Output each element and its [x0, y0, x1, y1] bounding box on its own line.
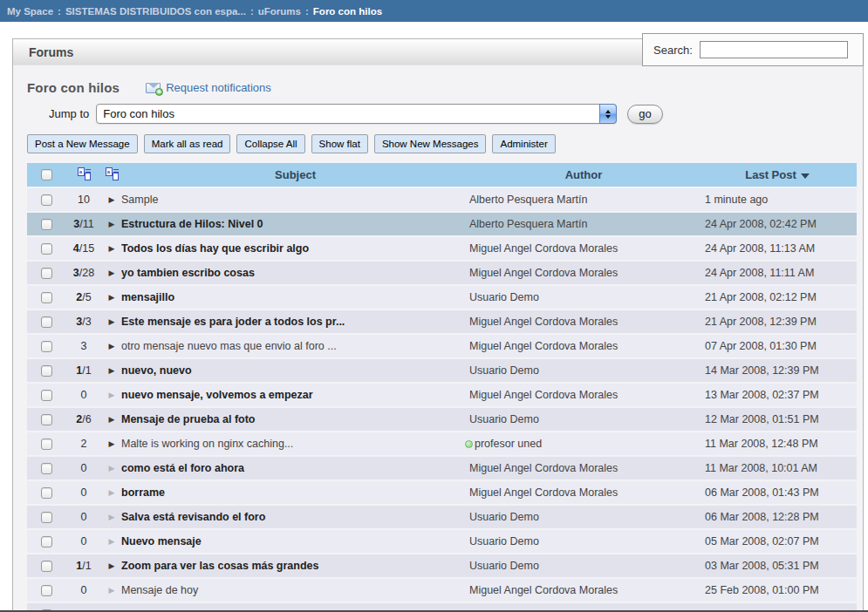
table-row[interactable]: 4/15 ▶ Todos los días hay que escribir a…	[27, 237, 857, 260]
expand-thread-arrow-icon[interactable]: ▶	[102, 269, 121, 277]
thread-subject-link[interactable]: Estructura de Hilos: Nivel 0	[121, 218, 469, 230]
search-input[interactable]	[700, 41, 848, 58]
row-checkbox[interactable]	[41, 243, 52, 255]
expand-thread-arrow-icon[interactable]: ▶	[102, 488, 121, 497]
table-row[interactable]: 3 ▶ otro mensaje nuevo mas que envio al …	[27, 335, 857, 357]
thread-subject-link[interactable]: Este mensaje es para joder a todos los p…	[121, 316, 469, 328]
expand-thread-arrow-icon[interactable]: ▶	[102, 439, 121, 448]
thread-last-post-date: 24 Apr 2008, 11:11 AM	[698, 267, 857, 279]
expand-thread-arrow-icon[interactable]: ▶	[102, 464, 121, 473]
thread-author: Miguel Angel Cordova Morales	[469, 584, 698, 596]
post-new-message-button[interactable]: Post a New Message	[27, 134, 138, 153]
expand-thread-arrow-icon[interactable]: ▶	[102, 513, 121, 521]
expand-thread-arrow-icon[interactable]: ▶	[102, 537, 121, 546]
row-checkbox[interactable]	[41, 536, 52, 547]
expand-thread-arrow-icon[interactable]: ▶	[102, 561, 121, 570]
thread-subject-link[interactable]: Mensaje de prueba al foto	[121, 413, 469, 425]
select-all-checkbox[interactable]	[41, 169, 52, 180]
show-flat-button[interactable]: Show flat	[311, 134, 368, 153]
row-checkbox[interactable]	[41, 268, 52, 279]
thread-author: Miguel Angel Cordova Morales	[469, 462, 698, 474]
expand-thread-arrow-icon[interactable]: ▶	[102, 195, 121, 204]
author-column-header[interactable]: Author	[469, 168, 698, 181]
table-row[interactable]: 3/28 ▶ yo tambien escribo cosas Miguel A…	[27, 262, 857, 284]
expand-thread-arrow-icon[interactable]: ▶	[102, 220, 121, 228]
expand-thread-arrow-icon[interactable]: ▶	[102, 317, 121, 326]
expand-thread-arrow-icon[interactable]: ▶	[102, 415, 121, 424]
row-checkbox[interactable]	[41, 390, 52, 401]
message-count: 3/3	[65, 316, 102, 328]
table-row[interactable]: 0 ▶ Salva está revisando el foro Usuario…	[27, 506, 857, 528]
collapse-all-button[interactable]: Collapse All	[236, 134, 304, 153]
row-checkbox[interactable]	[41, 585, 52, 596]
thread-subject-link[interactable]: Malte is working on nginx caching...	[121, 438, 469, 450]
row-checkbox[interactable]	[41, 219, 52, 230]
row-checkbox[interactable]	[41, 512, 52, 523]
row-checkbox[interactable]	[41, 316, 52, 328]
thread-author: Miguel Angel Cordova Morales	[469, 267, 698, 279]
go-button[interactable]: go	[627, 105, 662, 124]
row-checkbox[interactable]	[41, 292, 52, 303]
table-row[interactable]: 2/6 ▶ Mensaje de prueba al foto Usuario …	[27, 408, 857, 431]
breadcrumb-item-uforums[interactable]: uForums	[258, 6, 301, 17]
expand-column-header[interactable]: a	[102, 167, 121, 182]
thread-author: Miguel Angel Cordova Morales	[469, 316, 698, 328]
expand-thread-arrow-icon[interactable]: ▶	[102, 391, 121, 399]
row-checkbox[interactable]	[41, 341, 52, 352]
breadcrumb-item-course[interactable]: SISTEMAS DISTRIBUIDOS con espa...	[65, 6, 246, 17]
table-row[interactable]: 2 ▶ Malte is working on nginx caching...…	[27, 432, 857, 455]
message-count: 0	[65, 535, 102, 547]
row-checkbox[interactable]	[41, 561, 52, 572]
thread-subject-link[interactable]: nuevo, nuevo	[121, 364, 469, 377]
thread-subject-link[interactable]: Sample	[121, 194, 469, 206]
thread-subject-link[interactable]: Mensaje de hoy	[121, 584, 469, 596]
administer-button[interactable]: Administer	[492, 134, 555, 153]
table-row[interactable]: 2/5 ▶ mensajillo Usuario Demo 21 Apr 200…	[27, 286, 857, 309]
breadcrumb-item-current-forum: Foro con hilos	[313, 6, 382, 17]
table-row[interactable]: 1/1 ▶ nuevo, nuevo Usuario Demo 14 Mar 2…	[27, 359, 857, 382]
thread-subject-link[interactable]: otro mensaje nuevo mas que envio al foro…	[121, 340, 469, 352]
expand-thread-arrow-icon[interactable]: ▶	[102, 586, 121, 595]
expand-thread-arrow-icon[interactable]: ▶	[102, 244, 121, 253]
thread-author: Miguel Angel Cordova Morales	[469, 340, 698, 352]
thread-subject-link[interactable]: nuevo mensaje, volvemos a empezar	[121, 389, 469, 401]
thread-subject-link[interactable]: Nuevo mensaje	[121, 535, 469, 547]
row-checkbox[interactable]	[41, 487, 52, 499]
row-checkbox[interactable]	[41, 414, 52, 425]
row-checkbox[interactable]	[41, 463, 52, 474]
mark-all-as-read-button[interactable]: Mark all as read	[144, 134, 231, 153]
row-checkbox[interactable]	[41, 439, 52, 450]
table-row[interactable]: 0 ▶ nuevo mensaje, volvemos a empezar Mi…	[27, 384, 857, 406]
expand-thread-arrow-icon[interactable]: ▶	[102, 366, 121, 375]
table-row[interactable]: 0 ▶ borrame Miguel Angel Cordova Morales…	[27, 481, 857, 504]
thread-subject-link[interactable]: Zoom para ver las cosas más grandes	[121, 560, 469, 572]
thread-author: Usuario Demo	[469, 560, 698, 572]
expand-thread-arrow-icon[interactable]: ▶	[102, 293, 121, 302]
last-post-column-header[interactable]: Last Post	[698, 168, 857, 181]
thread-subject-link[interactable]: como está el foro ahora	[121, 462, 469, 474]
table-row[interactable]: 10 ▶ Sample Alberto Pesquera Martín 1 mi…	[27, 188, 857, 211]
row-checkbox[interactable]	[41, 194, 52, 206]
show-new-messages-button[interactable]: Show New Messages	[374, 134, 487, 153]
row-checkbox[interactable]	[41, 365, 52, 377]
table-row[interactable]: 0 ▶ Nuevo mensaje Usuario Demo 05 Mar 20…	[27, 530, 857, 553]
page-title: Forums	[13, 45, 73, 59]
count-column-header[interactable]: a	[65, 167, 102, 183]
table-row[interactable]: 1/1 ▶ Zoom para ver las cosas más grande…	[27, 554, 857, 577]
forum-title: Foro con hilos	[27, 80, 120, 95]
request-notifications-link[interactable]: + Request notifications	[146, 81, 271, 94]
subject-column-header[interactable]: Subject	[121, 168, 469, 181]
thread-subject-link[interactable]: yo tambien escribo cosas	[121, 267, 469, 279]
breadcrumb-item-my-space[interactable]: My Space	[7, 6, 53, 17]
table-row[interactable]: 3/11 ▶ Estructura de Hilos: Nivel 0 Albe…	[27, 213, 857, 235]
thread-subject-link[interactable]: Todos los días hay que escribir algo	[121, 242, 469, 255]
jump-to-select[interactable]: Foro con hilos	[96, 104, 617, 124]
message-count-icon: a	[78, 167, 91, 180]
expand-thread-arrow-icon[interactable]: ▶	[102, 342, 121, 350]
table-row[interactable]: 0 ▶ Mensaje de hoy Miguel Angel Cordova …	[27, 579, 857, 602]
thread-subject-link[interactable]: Salva está revisando el foro	[121, 511, 469, 523]
thread-subject-link[interactable]: borrame	[121, 486, 469, 499]
table-row[interactable]: 3/3 ▶ Este mensaje es para joder a todos…	[27, 310, 857, 333]
thread-subject-link[interactable]: mensajillo	[121, 291, 469, 303]
table-row[interactable]: 0 ▶ como está el foro ahora Miguel Angel…	[27, 457, 857, 479]
